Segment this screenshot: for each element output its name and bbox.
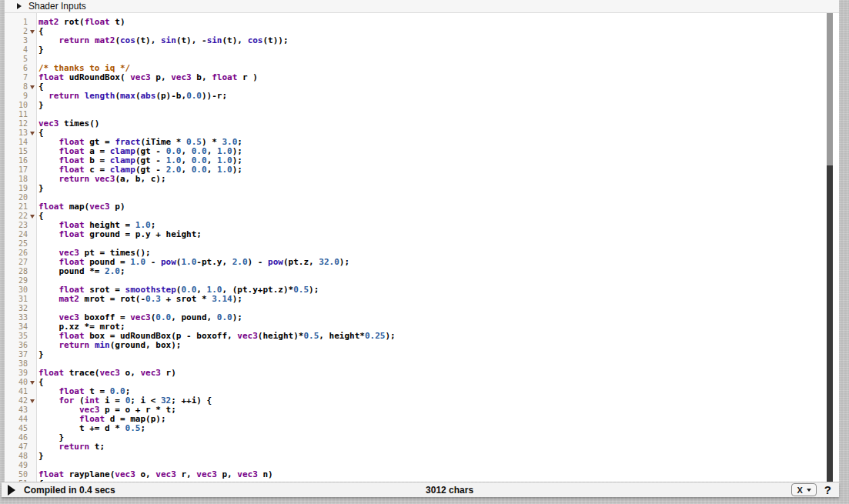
- editor-scrollbar[interactable]: [827, 13, 833, 482]
- gutter-cell: 41: [5, 387, 37, 396]
- code-line[interactable]: 46 }: [5, 433, 839, 442]
- code-text: }: [37, 184, 44, 193]
- code-line[interactable]: 51{: [5, 479, 839, 482]
- line-number: 49: [5, 461, 28, 470]
- chevron-down-icon: [807, 489, 811, 492]
- gutter-cell: 25: [5, 239, 37, 249]
- line-number: 7: [5, 73, 28, 82]
- code-line[interactable]: 21float map(vec3 p): [5, 202, 839, 212]
- code-line[interactable]: 4}: [5, 45, 839, 55]
- code-line[interactable]: 36 return min(ground, box);: [5, 341, 839, 350]
- code-line[interactable]: 3 return mat2(cos(t), sin(t), -sin(t), c…: [5, 36, 839, 45]
- gutter-cell: 21: [5, 202, 37, 212]
- help-button[interactable]: ?: [824, 483, 831, 496]
- gutter-cell: 32: [5, 304, 37, 313]
- line-number: 28: [5, 267, 28, 276]
- gutter-cell: 34: [5, 322, 37, 332]
- status-bar: Compiled in 0.4 secs 3012 chars X ?: [2, 482, 839, 497]
- code-line[interactable]: 48}: [5, 452, 839, 461]
- gutter-cell: 35: [5, 332, 37, 341]
- gutter-cell: 14: [5, 138, 37, 147]
- gutter-cell: 8: [5, 82, 37, 92]
- line-number: 17: [5, 165, 28, 175]
- char-count: 3012 chars: [426, 485, 473, 496]
- line-number: 8: [5, 82, 28, 92]
- gutter-cell: 2: [5, 27, 37, 36]
- code-text: mat2 rot(float t): [37, 18, 125, 27]
- gutter-cell: 33: [5, 313, 37, 322]
- code-text: float rayplane(vec3 o, vec3 r, vec3 p, v…: [37, 470, 273, 479]
- gutter-cell: 17: [5, 165, 37, 175]
- fold-marker-icon[interactable]: [30, 399, 35, 403]
- code-line[interactable]: 12vec3 times(): [5, 119, 839, 129]
- scrollbar-thumb[interactable]: [827, 13, 833, 165]
- fold-marker-icon[interactable]: [30, 132, 35, 135]
- line-number: 38: [5, 359, 28, 369]
- code-line[interactable]: 7float udRoundBox( vec3 p, vec3 b, float…: [5, 73, 839, 82]
- line-number: 3: [5, 36, 28, 45]
- line-number: 25: [5, 239, 28, 249]
- line-number: 35: [5, 332, 28, 341]
- gutter-cell: 42: [5, 396, 37, 406]
- code-line[interactable]: 37}: [5, 350, 839, 359]
- fold-marker-icon[interactable]: [30, 381, 35, 385]
- console-play-icon[interactable]: [8, 485, 15, 496]
- gutter-cell: 1: [5, 18, 37, 27]
- code-line[interactable]: 10}: [5, 101, 839, 110]
- line-number: 10: [5, 101, 28, 110]
- code-line[interactable]: 50float rayplane(vec3 o, vec3 r, vec3 p,…: [5, 470, 839, 479]
- code-line[interactable]: 1mat2 rot(float t): [5, 18, 839, 27]
- gutter-cell: 9: [5, 92, 37, 101]
- code-line[interactable]: 11: [5, 110, 839, 119]
- gutter-cell: 43: [5, 406, 37, 415]
- fold-marker-icon[interactable]: [30, 30, 35, 34]
- code-text: vec3 times(): [37, 119, 99, 129]
- line-number: 13: [5, 129, 28, 138]
- line-number: 20: [5, 193, 28, 202]
- code-editor[interactable]: 1mat2 rot(float t)2{3 return mat2(cos(t)…: [5, 13, 839, 482]
- fold-marker-icon[interactable]: [30, 85, 35, 89]
- code-line[interactable]: 28 pound *= 2.0;: [5, 267, 839, 276]
- line-number: 50: [5, 470, 28, 479]
- code-line[interactable]: 24 float ground = p.y + height;: [5, 230, 839, 239]
- line-number: 6: [5, 64, 28, 73]
- code-line[interactable]: 18 return vec3(a, b, c);: [5, 175, 839, 184]
- fold-marker-icon[interactable]: [30, 215, 35, 219]
- code-text: return mat2(cos(t), sin(t), -sin(t), cos…: [37, 36, 289, 45]
- gutter-cell: 16: [5, 156, 37, 165]
- code-line[interactable]: 9 return length(max(abs(p)-b,0.0))-r;: [5, 92, 839, 101]
- code-line[interactable]: 45 t += d * 0.5;: [5, 424, 839, 433]
- code-text: }: [37, 350, 44, 359]
- line-number: 39: [5, 369, 28, 378]
- gutter-cell: 3: [5, 36, 37, 45]
- line-number: 15: [5, 147, 28, 156]
- code-line[interactable]: 39float trace(vec3 o, vec3 r): [5, 369, 839, 378]
- line-number: 41: [5, 387, 28, 396]
- x-select[interactable]: X: [791, 483, 816, 496]
- code-line[interactable]: 19}: [5, 184, 839, 193]
- gutter-cell: 12: [5, 119, 37, 129]
- code-text: float map(vec3 p): [37, 202, 125, 212]
- line-number: 4: [5, 45, 28, 55]
- line-number: 34: [5, 322, 28, 332]
- line-number: 9: [5, 92, 28, 101]
- code-text: float udRoundBox( vec3 p, vec3 b, float …: [37, 73, 258, 82]
- code-line[interactable]: 31 mat2 mrot = rot(-0.3 + srot * 3.14);: [5, 295, 839, 304]
- gutter-cell: 5: [5, 55, 37, 64]
- gutter-cell: 50: [5, 470, 37, 479]
- gutter-cell: 13: [5, 129, 37, 138]
- gutter-cell: 27: [5, 258, 37, 267]
- code-text: }: [37, 452, 44, 461]
- code-line[interactable]: 47 return t;: [5, 442, 839, 452]
- line-number: 24: [5, 230, 28, 239]
- code-line[interactable]: 20: [5, 193, 839, 202]
- code-lines: 1mat2 rot(float t)2{3 return mat2(cos(t)…: [5, 18, 839, 482]
- code-text: return t;: [37, 442, 105, 452]
- line-number: 22: [5, 212, 28, 221]
- code-line[interactable]: 33 vec3 boxoff = vec3(0.0, pound, 0.0);: [5, 313, 839, 322]
- code-line[interactable]: 27 float pound = 1.0 - pow(1.0-pt.y, 2.0…: [5, 258, 839, 267]
- gutter-cell: 10: [5, 101, 37, 110]
- line-number: 1: [5, 18, 28, 27]
- gutter-cell: 45: [5, 424, 37, 433]
- shader-inputs-header[interactable]: Shader Inputs: [5, 0, 839, 13]
